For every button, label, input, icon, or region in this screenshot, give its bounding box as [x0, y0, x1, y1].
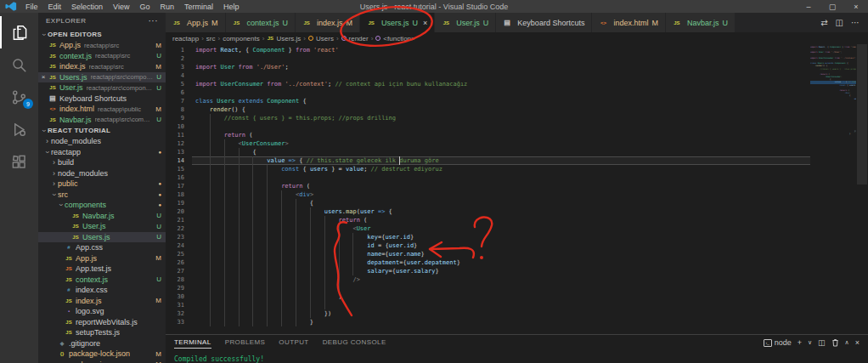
minimize-button[interactable]: –: [797, 0, 820, 13]
tree-row[interactable]: JSUser.jsU: [38, 221, 166, 232]
tree-row[interactable]: {}package-lock.jsonM: [38, 349, 166, 360]
more-actions-icon[interactable]: ⋯: [851, 18, 860, 27]
code-line[interactable]: depatment={user.depatment}: [192, 258, 810, 267]
editor[interactable]: 1234567891011121314151617181920212223242…: [166, 44, 868, 334]
search-icon[interactable]: [0, 48, 38, 81]
code-line[interactable]: <UserConsumer>: [192, 139, 810, 148]
terminal-dropdown-icon[interactable]: ∨: [808, 339, 812, 346]
kill-terminal-icon[interactable]: [831, 338, 839, 347]
open-editor-row[interactable]: ▤Keyboard Shortcuts: [38, 94, 166, 105]
tab-index-js[interactable]: JSindex.jsM: [296, 13, 360, 32]
tree-row[interactable]: JSsetupTests.js: [38, 327, 166, 338]
breadcrumb-item[interactable]: <function>: [383, 35, 414, 43]
code-line[interactable]: <User: [192, 224, 810, 233]
code-line[interactable]: return (: [192, 216, 810, 224]
code-line[interactable]: render() {: [192, 105, 810, 114]
code-line[interactable]: //const { users } = this.props; //props …: [192, 114, 810, 122]
scrollbar-thumb[interactable]: [857, 44, 867, 184]
code-line[interactable]: id = {user.id}: [192, 241, 810, 250]
code-line[interactable]: const { users } = value; // destruct edi…: [192, 165, 810, 173]
menu-edit[interactable]: Edit: [43, 0, 67, 13]
breadcrumb-item[interactable]: src: [206, 35, 216, 43]
source-control-icon[interactable]: 9: [0, 81, 38, 113]
breadcrumb-item[interactable]: Users: [316, 35, 334, 43]
code-line[interactable]: [192, 301, 810, 309]
split-terminal-icon[interactable]: ◫: [818, 338, 826, 347]
open-editor-row[interactable]: JSUser.jsreactapp\src\componentsU: [38, 82, 166, 94]
code-area[interactable]: import React, { Component } from 'react'…: [192, 44, 810, 334]
maximize-panel-icon[interactable]: ∧: [845, 339, 849, 346]
tree-row[interactable]: ›build: [38, 157, 166, 168]
tree-row[interactable]: JSApp.jsM: [38, 253, 166, 264]
maximize-button[interactable]: ▢: [820, 0, 844, 13]
menu-go[interactable]: Go: [134, 0, 155, 13]
tab-index-html[interactable]: <>index.htmlM: [592, 13, 666, 32]
code-line[interactable]: [192, 71, 810, 80]
tree-row[interactable]: ›components●: [38, 200, 166, 211]
terminal-shell-selector[interactable]: ›_ node: [764, 338, 792, 347]
code-line[interactable]: [192, 88, 810, 97]
menu-file[interactable]: File: [20, 0, 43, 13]
code-line[interactable]: [192, 122, 810, 131]
editor-scrollbar[interactable]: [856, 44, 868, 334]
code-line[interactable]: import User from './User';: [192, 63, 810, 71]
tree-row[interactable]: ◆.gitignore: [38, 338, 166, 349]
code-line[interactable]: {: [192, 199, 810, 207]
panel-tab-debug-console[interactable]: DEBUG CONSOLE: [323, 338, 386, 349]
code-line[interactable]: class Users extends Component {: [192, 97, 810, 105]
tree-row[interactable]: JScontext.jsU: [38, 275, 166, 286]
tree-row[interactable]: JSreportWebVitals.js: [38, 317, 166, 328]
open-editor-row[interactable]: JSNavbar.jsreactapp\src\componentsU: [38, 115, 166, 126]
tree-row[interactable]: {}package.jsonM: [38, 360, 166, 363]
code-line[interactable]: users.map(user => {: [192, 207, 810, 216]
open-editors-header[interactable]: › OPEN EDITORS: [38, 29, 166, 40]
menu-run[interactable]: Run: [155, 0, 179, 13]
menu-help[interactable]: Help: [218, 0, 245, 13]
tree-row[interactable]: #index.css: [38, 285, 166, 296]
tree-row[interactable]: JSNavbar.jsU: [38, 211, 166, 222]
panel-tab-problems[interactable]: PROBLEMS: [225, 338, 266, 349]
open-editor-row[interactable]: ×JSUsers.jsreactapp\src\componentsU: [38, 72, 166, 83]
explorer-more-actions-icon[interactable]: ···: [149, 16, 159, 26]
code-line[interactable]: import UserConsumer from '../context'; /…: [192, 80, 810, 88]
code-line[interactable]: return (: [192, 182, 810, 190]
open-editor-row[interactable]: JSindex.jsreactapp\srcM: [38, 61, 166, 72]
code-line[interactable]: }): [192, 309, 810, 318]
panel-tab-terminal[interactable]: TERMINAL: [174, 338, 211, 349]
close-panel-icon[interactable]: ×: [855, 338, 860, 347]
code-line[interactable]: [192, 54, 810, 63]
panel-tab-output[interactable]: OUTPUT: [279, 338, 308, 349]
close-button[interactable]: ×: [844, 0, 868, 13]
tree-row[interactable]: JSApp.test.js: [38, 264, 166, 275]
tree-row[interactable]: ›public●: [38, 179, 166, 190]
tab-context-js[interactable]: JScontext.jsU: [226, 13, 296, 32]
explorer-icon[interactable]: [0, 16, 38, 48]
minimap[interactable]: import React, { Component } from 'react'…: [810, 44, 856, 334]
code-line[interactable]: />: [192, 275, 810, 284]
code-line[interactable]: {: [192, 148, 810, 156]
tab-navbar-js[interactable]: JSNavbar.jsU: [666, 13, 736, 32]
breadcrumb-item[interactable]: reactapp: [172, 35, 199, 43]
tab-user-js[interactable]: JSUser.jsU: [435, 13, 496, 32]
open-editor-row[interactable]: JSApp.jsreactapp\srcM: [38, 40, 166, 51]
tree-row[interactable]: ›src●: [38, 190, 166, 201]
new-terminal-icon[interactable]: +: [798, 338, 802, 347]
tree-row[interactable]: ›node_modules: [38, 136, 166, 147]
close-editor-icon[interactable]: ×: [38, 73, 48, 81]
tree-row[interactable]: ›node_modules: [38, 168, 166, 179]
code-line[interactable]: [192, 284, 810, 292]
tree-row[interactable]: JSUsers.jsU: [38, 232, 166, 243]
code-line[interactable]: <div>: [192, 190, 810, 199]
tab-app-js[interactable]: JSApp.jsM: [166, 13, 226, 32]
tab-users-js[interactable]: JSUsers.jsU×: [360, 13, 435, 32]
code-line[interactable]: salary={user.salary}: [192, 267, 810, 275]
tree-row[interactable]: JSindex.jsM: [38, 296, 166, 307]
code-line[interactable]: [192, 173, 810, 182]
breadcrumb-item[interactable]: components: [223, 35, 260, 43]
code-line[interactable]: import React, { Component } from 'react': [192, 46, 810, 54]
code-line[interactable]: return (: [192, 131, 810, 139]
tab-keyboard-shortcuts[interactable]: ▤Keyboard Shortcuts: [496, 13, 592, 32]
split-editor-icon[interactable]: ◫: [836, 18, 843, 27]
tree-row[interactable]: ›reactapp●: [38, 147, 166, 158]
code-line[interactable]: }: [192, 318, 810, 326]
